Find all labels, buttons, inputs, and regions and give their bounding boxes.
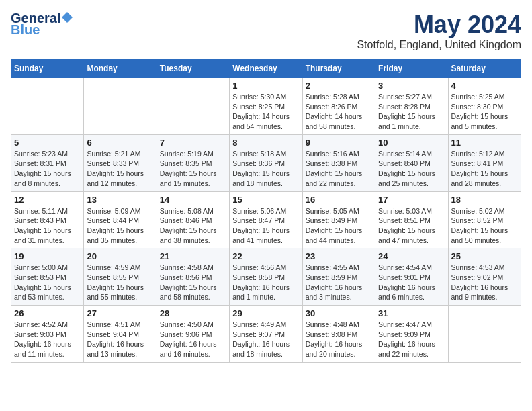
- svg-marker-0: [62, 12, 73, 23]
- day-info: Sunrise: 4:54 AM Sunset: 9:01 PM Dayligh…: [378, 263, 445, 302]
- day-number: 21: [160, 251, 226, 261]
- day-cell: 18Sunrise: 5:02 AM Sunset: 8:52 PM Dayli…: [448, 191, 521, 248]
- calendar-location: Stotfold, England, United Kingdom: [357, 39, 521, 51]
- day-number: 8: [232, 138, 299, 148]
- day-cell: 13Sunrise: 5:09 AM Sunset: 8:44 PM Dayli…: [84, 191, 157, 248]
- day-number: 20: [87, 251, 153, 261]
- day-number: 19: [14, 251, 81, 261]
- day-cell: 20Sunrise: 4:59 AM Sunset: 8:55 PM Dayli…: [84, 248, 157, 306]
- day-info: Sunrise: 5:12 AM Sunset: 8:41 PM Dayligh…: [451, 149, 518, 189]
- day-cell: 5Sunrise: 5:23 AM Sunset: 8:31 PM Daylig…: [11, 134, 84, 191]
- day-cell: 11Sunrise: 5:12 AM Sunset: 8:41 PM Dayli…: [448, 134, 521, 191]
- day-cell: 6Sunrise: 5:21 AM Sunset: 8:33 PM Daylig…: [84, 134, 157, 191]
- day-cell: [11, 78, 84, 135]
- day-cell: [448, 306, 521, 363]
- day-number: 27: [87, 308, 153, 318]
- day-number: 7: [160, 138, 226, 148]
- day-info: Sunrise: 4:51 AM Sunset: 9:04 PM Dayligh…: [87, 320, 153, 359]
- day-info: Sunrise: 5:06 AM Sunset: 8:47 PM Dayligh…: [232, 206, 299, 246]
- calendar-title: May 2024: [357, 11, 521, 39]
- day-number: 31: [378, 308, 445, 318]
- day-number: 16: [306, 195, 372, 205]
- day-number: 10: [378, 138, 445, 148]
- day-info: Sunrise: 5:14 AM Sunset: 8:40 PM Dayligh…: [378, 149, 445, 189]
- day-info: Sunrise: 5:02 AM Sunset: 8:52 PM Dayligh…: [451, 206, 518, 246]
- day-number: 23: [306, 251, 372, 261]
- calendar-table: SundayMondayTuesdayWednesdayThursdayFrid…: [11, 59, 521, 363]
- day-number: 4: [451, 81, 518, 91]
- weekday-header-sunday: Sunday: [11, 60, 84, 78]
- day-cell: 15Sunrise: 5:06 AM Sunset: 8:47 PM Dayli…: [230, 191, 302, 248]
- day-info: Sunrise: 4:59 AM Sunset: 8:55 PM Dayligh…: [87, 263, 153, 302]
- day-cell: 29Sunrise: 4:49 AM Sunset: 9:07 PM Dayli…: [230, 306, 302, 363]
- day-info: Sunrise: 5:23 AM Sunset: 8:31 PM Dayligh…: [14, 149, 81, 189]
- day-number: 1: [232, 81, 299, 91]
- day-cell: 14Sunrise: 5:08 AM Sunset: 8:46 PM Dayli…: [157, 191, 229, 248]
- logo-icon: [61, 11, 73, 24]
- day-info: Sunrise: 5:08 AM Sunset: 8:46 PM Dayligh…: [160, 206, 226, 246]
- day-number: 9: [306, 138, 372, 148]
- day-number: 29: [232, 308, 299, 318]
- title-block: May 2024 Stotfold, England, United Kingd…: [357, 11, 521, 51]
- weekday-header-wednesday: Wednesday: [230, 60, 302, 78]
- weekday-header-tuesday: Tuesday: [157, 60, 229, 78]
- day-cell: 2Sunrise: 5:28 AM Sunset: 8:26 PM Daylig…: [302, 78, 375, 135]
- day-info: Sunrise: 5:05 AM Sunset: 8:49 PM Dayligh…: [306, 206, 372, 246]
- day-cell: 24Sunrise: 4:54 AM Sunset: 9:01 PM Dayli…: [375, 248, 448, 306]
- day-number: 26: [14, 308, 81, 318]
- day-number: 12: [14, 195, 81, 205]
- weekday-header-row: SundayMondayTuesdayWednesdayThursdayFrid…: [11, 60, 521, 78]
- day-number: 11: [451, 138, 518, 148]
- page-header: General Blue May 2024 Stotfold, England,…: [11, 11, 521, 51]
- week-row-1: 1Sunrise: 5:30 AM Sunset: 8:25 PM Daylig…: [11, 78, 521, 135]
- day-info: Sunrise: 4:50 AM Sunset: 9:06 PM Dayligh…: [160, 320, 226, 359]
- day-info: Sunrise: 5:16 AM Sunset: 8:38 PM Dayligh…: [306, 149, 372, 189]
- week-row-4: 19Sunrise: 5:00 AM Sunset: 8:53 PM Dayli…: [11, 248, 521, 306]
- day-cell: 31Sunrise: 4:47 AM Sunset: 9:09 PM Dayli…: [375, 306, 448, 363]
- day-info: Sunrise: 4:55 AM Sunset: 8:59 PM Dayligh…: [306, 263, 372, 302]
- day-number: 28: [160, 308, 226, 318]
- day-info: Sunrise: 4:48 AM Sunset: 9:08 PM Dayligh…: [306, 320, 372, 359]
- week-row-3: 12Sunrise: 5:11 AM Sunset: 8:43 PM Dayli…: [11, 191, 521, 248]
- day-number: 6: [87, 138, 153, 148]
- day-number: 22: [232, 251, 299, 261]
- day-info: Sunrise: 5:28 AM Sunset: 8:26 PM Dayligh…: [306, 92, 372, 132]
- day-cell: 9Sunrise: 5:16 AM Sunset: 8:38 PM Daylig…: [302, 134, 375, 191]
- week-row-5: 26Sunrise: 4:52 AM Sunset: 9:03 PM Dayli…: [11, 306, 521, 363]
- day-number: 24: [378, 251, 445, 261]
- day-number: 13: [87, 195, 153, 205]
- day-info: Sunrise: 4:58 AM Sunset: 8:56 PM Dayligh…: [160, 263, 226, 302]
- day-cell: 1Sunrise: 5:30 AM Sunset: 8:25 PM Daylig…: [230, 78, 302, 135]
- weekday-header-monday: Monday: [84, 60, 157, 78]
- day-cell: 30Sunrise: 4:48 AM Sunset: 9:08 PM Dayli…: [302, 306, 375, 363]
- day-cell: 22Sunrise: 4:56 AM Sunset: 8:58 PM Dayli…: [230, 248, 302, 306]
- day-cell: 21Sunrise: 4:58 AM Sunset: 8:56 PM Dayli…: [157, 248, 229, 306]
- day-info: Sunrise: 5:21 AM Sunset: 8:33 PM Dayligh…: [87, 149, 153, 189]
- day-info: Sunrise: 4:56 AM Sunset: 8:58 PM Dayligh…: [232, 263, 299, 302]
- day-number: 5: [14, 138, 81, 148]
- day-number: 30: [306, 308, 372, 318]
- day-cell: [157, 78, 229, 135]
- day-number: 2: [306, 81, 372, 91]
- week-row-2: 5Sunrise: 5:23 AM Sunset: 8:31 PM Daylig…: [11, 134, 521, 191]
- day-info: Sunrise: 5:03 AM Sunset: 8:51 PM Dayligh…: [378, 206, 445, 246]
- day-cell: 4Sunrise: 5:25 AM Sunset: 8:30 PM Daylig…: [448, 78, 521, 135]
- day-cell: 3Sunrise: 5:27 AM Sunset: 8:28 PM Daylig…: [375, 78, 448, 135]
- day-cell: 25Sunrise: 4:53 AM Sunset: 9:02 PM Dayli…: [448, 248, 521, 306]
- day-number: 15: [232, 195, 299, 205]
- weekday-header-friday: Friday: [375, 60, 448, 78]
- day-number: 25: [451, 251, 518, 261]
- day-cell: 27Sunrise: 4:51 AM Sunset: 9:04 PM Dayli…: [84, 306, 157, 363]
- day-info: Sunrise: 4:49 AM Sunset: 9:07 PM Dayligh…: [232, 320, 299, 359]
- day-cell: 19Sunrise: 5:00 AM Sunset: 8:53 PM Dayli…: [11, 248, 84, 306]
- day-cell: 10Sunrise: 5:14 AM Sunset: 8:40 PM Dayli…: [375, 134, 448, 191]
- day-info: Sunrise: 4:47 AM Sunset: 9:09 PM Dayligh…: [378, 320, 445, 359]
- day-cell: 8Sunrise: 5:18 AM Sunset: 8:36 PM Daylig…: [230, 134, 302, 191]
- day-info: Sunrise: 5:30 AM Sunset: 8:25 PM Dayligh…: [232, 92, 299, 132]
- day-info: Sunrise: 5:19 AM Sunset: 8:35 PM Dayligh…: [160, 149, 226, 189]
- logo: General Blue: [11, 11, 73, 38]
- day-info: Sunrise: 5:00 AM Sunset: 8:53 PM Dayligh…: [14, 263, 81, 302]
- weekday-header-saturday: Saturday: [448, 60, 521, 78]
- day-cell: 23Sunrise: 4:55 AM Sunset: 8:59 PM Dayli…: [302, 248, 375, 306]
- day-cell: 7Sunrise: 5:19 AM Sunset: 8:35 PM Daylig…: [157, 134, 229, 191]
